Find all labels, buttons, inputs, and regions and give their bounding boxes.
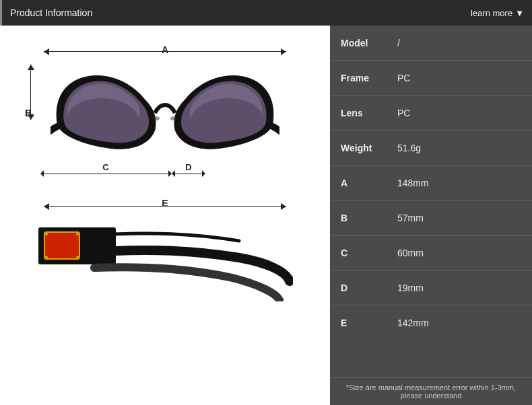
spec-value: PC [391, 66, 532, 90]
specs-container: Model/FramePCLensPCWeight51.6gA148mmB57m… [330, 26, 532, 340]
spec-label: A [330, 171, 391, 195]
arrow-a-left [44, 48, 49, 55]
label-a: A [162, 44, 168, 55]
label-b: B [25, 108, 32, 118]
spec-value: 60mm [391, 241, 532, 265]
spec-value: 148mm [391, 171, 532, 195]
svg-text:D: D [185, 163, 191, 172]
svg-marker-3 [40, 170, 44, 177]
spec-label: B [330, 206, 391, 230]
spec-label: C [330, 241, 391, 265]
svg-marker-7 [172, 170, 175, 177]
arrow-e-left [44, 203, 49, 210]
spec-row-a: A148mm [330, 165, 532, 200]
svg-marker-4 [168, 170, 172, 177]
spec-row-e: E142mm [330, 305, 532, 340]
label-e: E [162, 198, 168, 209]
svg-point-1 [170, 116, 176, 120]
svg-point-13 [45, 233, 48, 235]
spec-label: Frame [330, 66, 391, 90]
learn-more-label: learn more [471, 8, 512, 18]
dropdown-icon: ▼ [515, 8, 524, 18]
header: Product Information learn more ▼ [0, 0, 532, 26]
spec-value: PC [391, 101, 532, 125]
svg-marker-8 [202, 170, 205, 177]
diagram-top: A B [24, 39, 306, 187]
diagram-bottom: E [24, 194, 306, 301]
svg-point-15 [45, 256, 48, 258]
spec-row-frame: FramePC [330, 61, 532, 96]
glasses-front-view [44, 59, 286, 160]
spec-row-weight: Weight51.6g [330, 131, 532, 165]
learn-more-button[interactable]: learn more ▼ [471, 8, 524, 18]
spec-value: 51.6g [391, 136, 532, 160]
spec-value: / [391, 31, 532, 55]
arrow-e-right [281, 203, 286, 210]
spec-value: 57mm [391, 206, 532, 230]
spec-value: 142mm [391, 311, 532, 335]
arrow-a-right [281, 48, 286, 55]
spec-row-d: D19mm [330, 270, 532, 305]
spec-row-b: B57mm [330, 200, 532, 235]
page-title: Product Information [10, 7, 92, 18]
svg-text:C: C [102, 163, 109, 172]
spec-label: Weight [330, 136, 391, 160]
right-panel: Model/FramePCLensPCWeight51.6gA148mmB57m… [330, 26, 532, 405]
left-panel: A B [0, 26, 330, 405]
spec-row-lens: LensPC [330, 96, 532, 131]
svg-point-16 [76, 256, 79, 258]
spec-label: Model [330, 31, 391, 55]
note-row: *Size are manual measurement error withi… [330, 377, 532, 405]
spec-row-model: Model/ [330, 26, 532, 61]
spec-value: 19mm [391, 276, 532, 300]
spec-label: Lens [330, 101, 391, 125]
main-content: A B [0, 26, 532, 405]
spec-row-c: C60mm [330, 235, 532, 270]
spec-label: E [330, 311, 391, 335]
svg-point-0 [154, 116, 160, 120]
svg-point-14 [76, 233, 79, 235]
spec-label: D [330, 276, 391, 300]
arrow-b-top [28, 65, 34, 70]
